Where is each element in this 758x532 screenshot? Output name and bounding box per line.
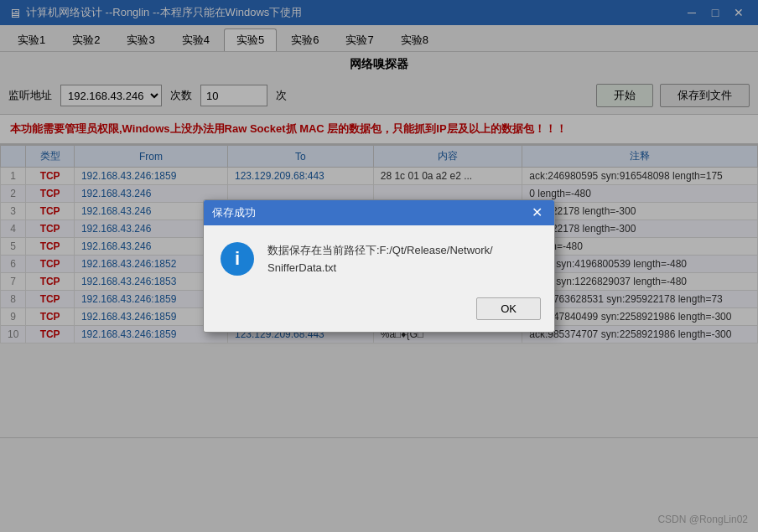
save-success-modal: 保存成功 ✕ i 数据保存在当前路径下:F:/Qt/Release/Networ… [203,199,555,333]
modal-message-line2: SnifferData.txt [267,260,493,277]
modal-footer: OK [204,291,554,332]
modal-message: 数据保存在当前路径下:F:/Qt/Release/Network/ Sniffe… [267,242,493,277]
modal-ok-button[interactable]: OK [476,297,541,320]
modal-overlay: 保存成功 ✕ i 数据保存在当前路径下:F:/Qt/Release/Networ… [0,0,758,532]
modal-close-button[interactable]: ✕ [528,206,546,220]
modal-body: i 数据保存在当前路径下:F:/Qt/Release/Network/ Snif… [204,225,554,291]
modal-title: 保存成功 [212,205,256,220]
modal-info-icon: i [221,242,254,276]
modal-title-bar: 保存成功 ✕ [204,200,554,225]
modal-message-line1: 数据保存在当前路径下:F:/Qt/Release/Network/ [267,242,493,260]
